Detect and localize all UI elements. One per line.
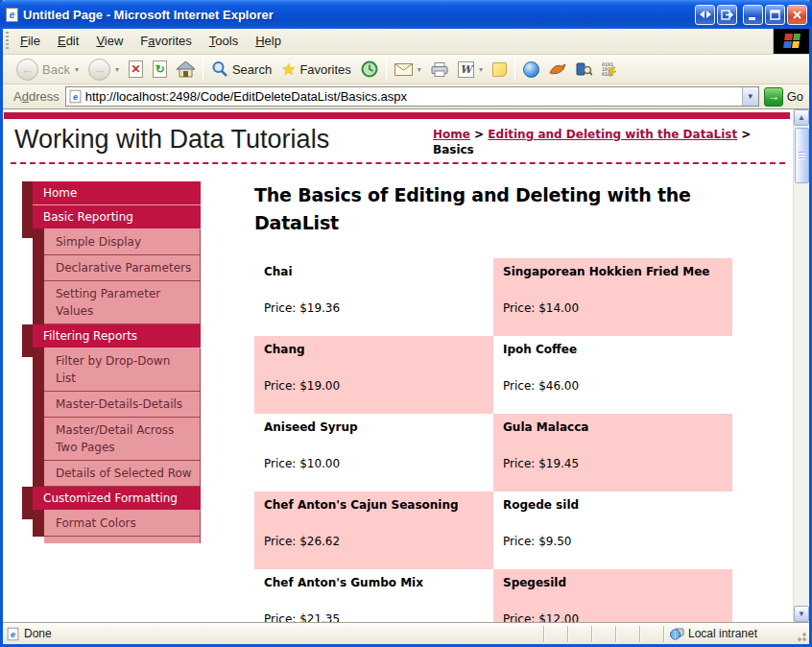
menubar-grip[interactable] bbox=[4, 32, 11, 51]
product-chef-anton-s-cajun-seasoning: Chef Anton's Cajun SeasoningPrice: $26.6… bbox=[254, 491, 493, 569]
sidebar-item-filter-by-drop-down-list[interactable]: Filter by Drop-Down List bbox=[44, 348, 201, 392]
product-price: Price: $19.00 bbox=[264, 379, 484, 393]
product-name: Gula Malacca bbox=[503, 420, 723, 434]
page-icon: e bbox=[69, 90, 81, 104]
sidebar-item-declarative-parameters[interactable]: Declarative Parameters bbox=[44, 255, 201, 281]
sidebar-item-master-details-details[interactable]: Master-Details-Details bbox=[44, 392, 201, 418]
back-button[interactable]: ← Back ▾ bbox=[12, 57, 84, 83]
product-name: Chef Anton's Cajun Seasoning bbox=[264, 498, 484, 512]
done-page-icon: e bbox=[8, 627, 19, 640]
minimize-icon bbox=[748, 10, 758, 20]
print-icon bbox=[431, 62, 448, 77]
sidebar-item-setting-parameter-values[interactable]: Setting Parameter Values bbox=[44, 281, 201, 324]
window-export-icon bbox=[721, 10, 733, 20]
menu-tools[interactable]: Tools bbox=[201, 29, 247, 54]
product-price: Price: $9.50 bbox=[503, 535, 723, 548]
product-ipoh-coffee: Ipoh CoffeePrice: $46.00 bbox=[493, 336, 732, 414]
sidebar-item-label: Home bbox=[43, 186, 77, 200]
maximize-button[interactable] bbox=[765, 5, 785, 25]
sidebar-item-format-colors[interactable]: Format Colors bbox=[44, 511, 201, 537]
menu-items: FileEditViewFavoritesToolsHelp bbox=[12, 29, 773, 54]
vertical-scrollbar[interactable]: ▲ ▼ bbox=[793, 109, 809, 622]
mail-dropdown-icon[interactable]: ▾ bbox=[418, 65, 421, 74]
windows-flag-icon bbox=[780, 33, 802, 50]
minimize-button[interactable] bbox=[743, 5, 763, 25]
menu-help[interactable]: Help bbox=[247, 29, 290, 54]
scroll-up-button[interactable]: ▲ bbox=[794, 109, 809, 126]
toolbar: ← Back ▾ → ▾ ✕ ↻ Search bbox=[3, 55, 809, 84]
sidebar-item-basic-reporting[interactable]: Basic Reporting bbox=[33, 205, 201, 229]
research-button[interactable] bbox=[571, 60, 597, 79]
back-icon: ← bbox=[16, 59, 38, 81]
product-price: Price: $19.36 bbox=[264, 301, 484, 315]
sidebar-item-customized-formatting[interactable]: Customized Formatting bbox=[33, 487, 201, 511]
maximize-icon bbox=[770, 10, 780, 20]
sidebar-item-home[interactable]: Home bbox=[33, 181, 201, 205]
breadcrumb-basics: Basics bbox=[433, 143, 474, 156]
breadcrumb-home[interactable]: Home bbox=[433, 128, 470, 141]
sidebar-item-simple-display[interactable]: Simple Display bbox=[44, 229, 201, 255]
address-dropdown-button[interactable]: ▼ bbox=[742, 87, 758, 106]
addon-fox-button[interactable] bbox=[544, 60, 571, 78]
menu-edit[interactable]: Edit bbox=[49, 29, 87, 54]
status-pane bbox=[615, 626, 639, 642]
zone-text: Local intranet bbox=[688, 627, 757, 640]
sidebar-item-filtering-reports[interactable]: Filtering Reports bbox=[33, 324, 201, 348]
go-arrow-icon: → bbox=[764, 87, 783, 107]
history-button[interactable] bbox=[356, 59, 383, 80]
print-button[interactable] bbox=[426, 60, 453, 79]
stop-icon: ✕ bbox=[129, 60, 143, 78]
address-input[interactable] bbox=[85, 89, 742, 104]
product-price: Price: $10.00 bbox=[264, 457, 484, 470]
sidebar-item-label: Details of Selected Row bbox=[56, 467, 192, 480]
edit-dropdown-icon[interactable]: ▾ bbox=[479, 65, 483, 74]
mail-button[interactable]: ▾ bbox=[390, 61, 426, 78]
address-field[interactable]: e ▼ bbox=[65, 86, 759, 107]
edit-with-word-button[interactable]: W ▾ bbox=[453, 60, 488, 80]
discuss-button[interactable] bbox=[488, 60, 512, 79]
statusbar: e Done Local intranet bbox=[3, 622, 809, 644]
go-button[interactable]: → Go bbox=[764, 87, 803, 107]
breadcrumb-separator: > bbox=[470, 128, 488, 141]
titlebar-buttons bbox=[695, 5, 807, 25]
internet-explorer-icon: e bbox=[6, 8, 18, 22]
messenger-button[interactable] bbox=[518, 60, 544, 80]
breadcrumb-editing-and-deleting-with-the-datalist[interactable]: Editing and Deleting with the DataList bbox=[488, 128, 737, 141]
page-title: The Basics of Editing and Deleting with … bbox=[254, 181, 758, 237]
menu-favorites[interactable]: Favorites bbox=[131, 29, 200, 54]
pop-out-button[interactable] bbox=[717, 5, 737, 25]
left-right-arrows-icon bbox=[700, 11, 711, 18]
sidebar-navigation: HomeBasic ReportingSimple DisplayDeclara… bbox=[22, 181, 201, 622]
menu-file[interactable]: File bbox=[12, 29, 49, 54]
browser-window: e Untitled Page - Microsoft Internet Exp… bbox=[0, 0, 812, 647]
breadcrumb-separator: > bbox=[737, 128, 751, 141]
menu-view[interactable]: View bbox=[87, 29, 131, 54]
search-button[interactable]: Search bbox=[206, 59, 276, 80]
main-content: The Basics of Editing and Deleting with … bbox=[254, 181, 732, 622]
stop-button[interactable]: ✕ bbox=[124, 59, 148, 80]
refresh-button[interactable]: ↻ bbox=[148, 59, 172, 80]
scrollbar-track[interactable] bbox=[794, 126, 809, 606]
sidebar-item-details-of-selected-row[interactable]: Details of Selected Row bbox=[44, 461, 201, 487]
mail-icon bbox=[394, 63, 413, 76]
window-resize-grip[interactable] bbox=[794, 626, 807, 642]
addressbar: Address e ▼ → Go bbox=[3, 84, 809, 109]
pan-arrows-button[interactable] bbox=[695, 5, 715, 25]
product-name: Chang bbox=[264, 343, 484, 356]
close-button[interactable] bbox=[787, 5, 807, 25]
scrollbar-thumb[interactable] bbox=[795, 128, 809, 183]
scrollbar-thumb-grip bbox=[799, 152, 805, 159]
refresh-icon: ↻ bbox=[153, 60, 167, 78]
product-price: Price: $46.00 bbox=[503, 379, 723, 393]
scroll-down-button[interactable]: ▼ bbox=[794, 606, 809, 622]
favorites-button[interactable]: ★ Favorites bbox=[276, 58, 356, 82]
forward-dropdown-icon[interactable]: ▾ bbox=[115, 65, 119, 74]
sidebar-item-master-detail-across-two-pages[interactable]: Master/Detail Across Two Pages bbox=[44, 418, 201, 461]
forward-button[interactable]: → ▾ bbox=[84, 57, 124, 83]
back-dropdown-icon[interactable]: ▾ bbox=[75, 65, 79, 74]
window-title: Untitled Page - Microsoft Internet Explo… bbox=[23, 8, 695, 22]
toolbar-separator bbox=[514, 58, 515, 81]
local-intranet-icon bbox=[670, 627, 684, 640]
home-button[interactable] bbox=[172, 60, 200, 80]
encoder-button[interactable]: 010110100101 bbox=[597, 60, 622, 79]
